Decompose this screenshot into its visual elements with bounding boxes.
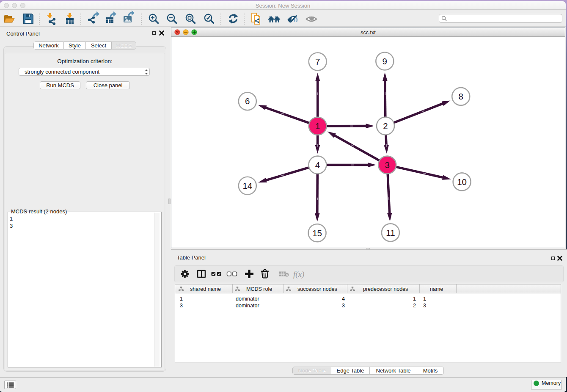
- svg-text:1: 1: [315, 121, 320, 131]
- svg-text:9: 9: [383, 56, 387, 66]
- svg-text:10: 10: [457, 177, 467, 187]
- svg-text:8: 8: [458, 91, 463, 101]
- svg-text:f(x): f(x): [293, 270, 304, 279]
- svg-text:6: 6: [245, 96, 250, 106]
- svg-text:15: 15: [312, 228, 322, 238]
- svg-text:7: 7: [315, 57, 320, 66]
- svg-text:11: 11: [386, 228, 395, 237]
- svg-text:3: 3: [385, 160, 389, 170]
- svg-text:2: 2: [383, 121, 388, 131]
- svg-text:14: 14: [242, 181, 252, 190]
- svg-text:4: 4: [315, 160, 320, 170]
